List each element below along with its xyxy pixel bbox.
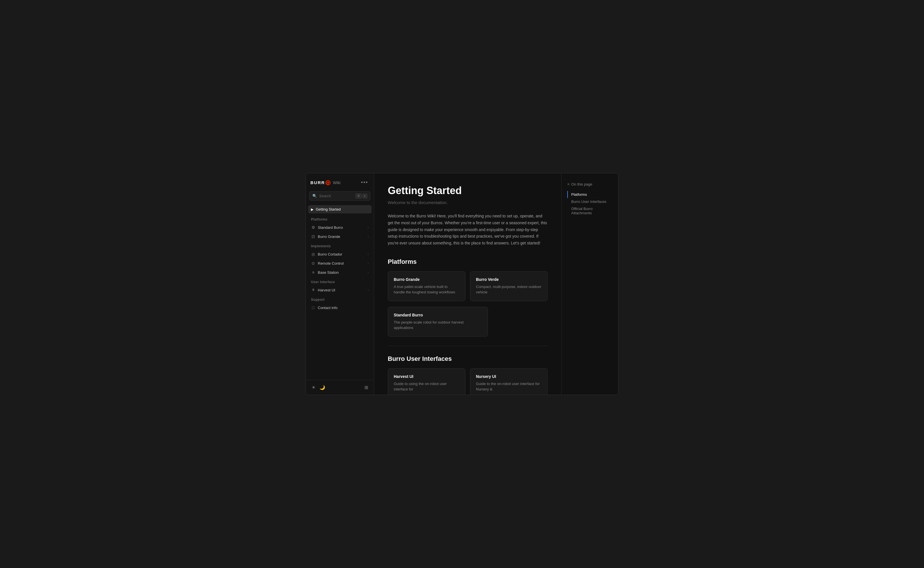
section-title-platforms: Platforms — [308, 215, 372, 223]
sidebar-item-base-station[interactable]: ≡ Base Station › — [308, 268, 372, 276]
section-divider — [388, 346, 548, 346]
card-harvest-ui-desc: Guide to using the on-robot user interfa… — [394, 381, 460, 392]
search-shortcut-symbol: ⌘ — [356, 193, 362, 198]
burro-grande-icon: ⊡ — [311, 234, 315, 239]
page-description: Welcome to the Burro Wiki! Here, you'll … — [388, 213, 548, 247]
toc-title: On this page — [571, 182, 592, 186]
card-standard-burro-title: Standard Burro — [394, 313, 482, 317]
dark-mode-button[interactable]: 🌙 — [318, 384, 326, 391]
card-nursery-ui[interactable]: Nursery UI Guide to the on-robot user in… — [470, 368, 548, 395]
harvest-ui-label: Harvest UI — [318, 288, 335, 292]
toc-item-burro-user-interfaces[interactable]: Burro User Interfaces — [567, 198, 612, 205]
cortador-icon: ◎ — [311, 252, 315, 257]
search-placeholder: Search — [319, 194, 353, 198]
main-content: Getting Started Welcome to the documenta… — [374, 173, 561, 395]
section-title-support: Support — [308, 295, 372, 304]
card-nursery-ui-desc: Guide to the on-robot user interface for… — [476, 381, 542, 392]
chevron-icon: › — [368, 252, 369, 256]
getting-started-label: Getting Started — [316, 207, 341, 211]
toc-item-official-attachments[interactable]: Official Burro Attachments — [567, 205, 612, 216]
toc-item-platforms[interactable]: Platforms — [567, 191, 612, 198]
sidebar-item-harvest-ui[interactable]: ⚘ Harvest UI › — [308, 286, 372, 294]
search-icon: 🔍 — [312, 194, 317, 198]
sidebar-footer: ☀ 🌙 ⊞ — [306, 380, 374, 395]
harvest-ui-icon: ⚘ — [311, 288, 315, 292]
section-title-implements: Implements — [308, 241, 372, 250]
base-station-icon: ≡ — [311, 270, 315, 275]
remote-control-label: Remote Control — [318, 261, 344, 266]
card-burro-verde-title: Burro Verde — [476, 277, 542, 282]
toc-sidebar: ≡ On this page Platforms Burro User Inte… — [561, 173, 618, 395]
contact-label: Contact info — [318, 306, 338, 310]
sidebar-logo: BURR Wiki — [311, 180, 341, 185]
platforms-cards-grid: Burro Grande A true pallet-scale vehicle… — [388, 271, 548, 301]
chevron-icon: › — [368, 288, 369, 292]
standard-burro-label: Standard Burro — [318, 225, 343, 230]
card-burro-grande[interactable]: Burro Grande A true pallet-scale vehicle… — [388, 271, 466, 301]
logo-icon — [326, 180, 330, 185]
card-burro-grande-title: Burro Grande — [394, 277, 460, 282]
section-title-platforms-main: Platforms — [388, 258, 548, 266]
card-standard-burro[interactable]: Standard Burro The people-scale robot fo… — [388, 307, 488, 337]
chevron-icon: › — [368, 270, 369, 274]
contact-icon: □ — [311, 305, 315, 310]
light-mode-button[interactable]: ☀ — [311, 384, 317, 391]
sidebar-header: BURR Wiki ••• — [306, 173, 374, 190]
standard-burro-icon: ⚙ — [311, 225, 315, 230]
ui-cards-grid: Harvest UI Guide to using the on-robot u… — [388, 368, 548, 395]
sidebar: BURR Wiki ••• 🔍 Search ⌘ K ▶ Getting Sta… — [306, 173, 374, 395]
chevron-icon: › — [368, 261, 369, 265]
theme-toggle: ☀ 🌙 — [311, 384, 326, 391]
base-station-label: Base Station — [318, 270, 339, 275]
cortador-label: Burro Cortador — [318, 252, 342, 257]
logo-mark: BURR — [311, 180, 330, 185]
sidebar-item-remote-control[interactable]: ⊙ Remote Control › — [308, 259, 372, 267]
more-button[interactable]: ••• — [360, 178, 369, 187]
card-harvest-ui[interactable]: Harvest UI Guide to using the on-robot u… — [388, 368, 466, 395]
chevron-icon: › — [368, 235, 369, 238]
burro-grande-label: Burro Grande — [318, 234, 340, 239]
layout-toggle-button[interactable]: ⊞ — [363, 384, 369, 391]
search-shortcut: ⌘ K — [356, 193, 367, 198]
card-burro-verde[interactable]: Burro Verde Compact, multi-purpose, indo… — [470, 271, 548, 301]
search-bar[interactable]: 🔍 Search ⌘ K — [309, 191, 371, 201]
card-standard-burro-desc: The people-scale robot for outdoor harve… — [394, 320, 482, 331]
wiki-label: Wiki — [333, 180, 340, 185]
toc-icon: ≡ — [567, 182, 570, 186]
page-title: Getting Started — [388, 185, 548, 196]
chevron-icon: › — [368, 226, 369, 229]
play-icon: ▶ — [311, 207, 314, 211]
section-title-user-interfaces: Burro User Interfaces — [388, 355, 548, 363]
sidebar-item-contact-info[interactable]: □ Contact info — [308, 304, 372, 312]
search-shortcut-key: K — [362, 194, 367, 198]
remote-control-icon: ⊙ — [311, 261, 315, 266]
card-burro-grande-desc: A true pallet-scale vehicle built to han… — [394, 284, 460, 295]
sidebar-item-standard-burro[interactable]: ⚙ Standard Burro › — [308, 223, 372, 232]
sidebar-item-burro-grande[interactable]: ⊡ Burro Grande › — [308, 232, 372, 241]
card-nursery-ui-title: Nursery UI — [476, 374, 542, 379]
sidebar-nav: ▶ Getting Started Platforms ⚙ Standard B… — [306, 204, 374, 380]
page-subtitle: Welcome to the documentation. — [388, 200, 548, 205]
card-burro-verde-desc: Compact, multi-purpose, indoor-outdoor v… — [476, 284, 542, 295]
sidebar-item-getting-started[interactable]: ▶ Getting Started — [308, 205, 372, 213]
toc-header: ≡ On this page — [567, 182, 612, 186]
sidebar-item-burro-cortador[interactable]: ◎ Burro Cortador › — [308, 250, 372, 258]
card-harvest-ui-title: Harvest UI — [394, 374, 460, 379]
platforms-cards-grid-2: Standard Burro The people-scale robot fo… — [388, 307, 548, 337]
section-title-user-interface: User Interface — [308, 277, 372, 286]
app-container: BURR Wiki ••• 🔍 Search ⌘ K ▶ Getting Sta… — [306, 173, 618, 395]
logo-text: BURR — [311, 180, 325, 185]
